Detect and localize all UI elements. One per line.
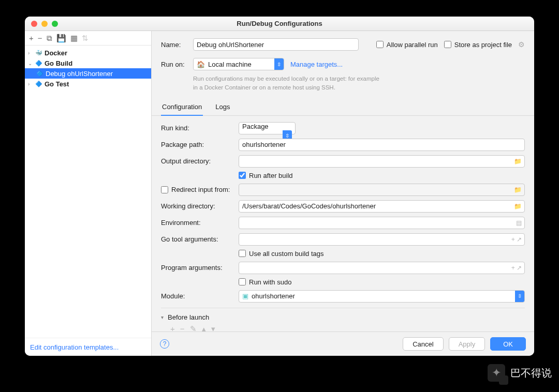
expand-icon[interactable]: + ↗ (511, 264, 522, 272)
manage-targets-link[interactable]: Manage targets... (290, 61, 343, 68)
name-label: Name: (161, 41, 187, 49)
sidebar-footer: Edit configuration templates... (25, 338, 151, 356)
remove-icon[interactable]: − (180, 324, 185, 332)
folder-icon: 📁 (514, 186, 522, 193)
watermark: ✦ 巴不得说 (488, 364, 552, 382)
before-launch-tools: + − ✎ ▴ ▾ (161, 321, 525, 332)
chevron-updown-icon: ⇳ (274, 58, 284, 70)
run-after-build-checkbox[interactable]: Run after build (239, 172, 293, 179)
tree-label: Docker (45, 49, 67, 57)
watermark-text: 巴不得说 (510, 366, 552, 380)
dialog-footer: ? Cancel Apply OK (152, 331, 534, 356)
env-label: Environment: (161, 219, 239, 227)
titlebar: Run/Debug Configurations (25, 17, 534, 31)
main-panel: Name: Allow parallel run Store as projec… (152, 31, 534, 356)
package-path-input[interactable] (239, 139, 525, 151)
redirect-input-checkbox[interactable]: Redirect input from: (161, 186, 239, 193)
save-icon[interactable]: 💾 (56, 34, 66, 43)
sort-icon[interactable]: ⇅ (82, 34, 89, 43)
go-tool-args-input[interactable] (239, 233, 525, 246)
go-icon: 🔷 (35, 59, 42, 67)
before-launch-label: Before launch (168, 313, 209, 321)
expand-icon[interactable]: + ↗ (511, 236, 522, 243)
tree-label: Debug ohUrlShortener (46, 70, 113, 78)
config-tree: › 🐳 Docker ⌄ 🔷 Go Build 🔷 Debug ohUrlSho… (25, 46, 151, 338)
program-args-input[interactable] (239, 262, 525, 274)
help-icon[interactable]: ? (160, 339, 169, 349)
add-icon[interactable]: + (29, 34, 34, 42)
output-dir-label: Output directory: (161, 157, 239, 165)
package-path-label: Package path: (161, 141, 239, 148)
runon-label: Run on: (161, 61, 187, 68)
allow-parallel-checkbox[interactable]: Allow parallel run (376, 41, 438, 49)
chevron-down-icon: ▾ (161, 314, 164, 320)
before-launch-section[interactable]: ▾ Before launch (161, 308, 525, 321)
down-icon[interactable]: ▾ (211, 324, 215, 332)
folder-icon[interactable]: 📁 (514, 158, 522, 165)
tree-label: Go Test (45, 80, 69, 88)
wechat-icon: ✦ (488, 364, 505, 382)
program-args-label: Program arguments: (161, 264, 239, 272)
go-tool-args-label: Go tool arguments: (161, 235, 239, 243)
up-icon[interactable]: ▴ (202, 324, 206, 332)
module-select[interactable]: ▣ohurlshortener⇳ (239, 290, 525, 303)
edit-icon[interactable]: ✎ (190, 324, 197, 332)
runon-hint: Run configurations may be executed local… (193, 74, 379, 93)
use-custom-tags-checkbox[interactable]: Use all custom build tags (239, 250, 324, 258)
edit-templates-link[interactable]: Edit configuration templates... (30, 343, 119, 351)
output-dir-input[interactable] (239, 155, 525, 168)
redirect-input-field[interactable] (239, 184, 525, 196)
apply-button[interactable]: Apply (449, 337, 486, 351)
header-area: Name: Allow parallel run Store as projec… (152, 31, 534, 99)
add-icon[interactable]: + (170, 324, 175, 332)
docker-icon: 🐳 (35, 49, 42, 56)
tabs: Configuration Logs (152, 99, 534, 116)
tree-item-docker[interactable]: › 🐳 Docker (25, 48, 151, 58)
sidebar: + − ⧉ 💾 ▦ ⇅ › 🐳 Docker ⌄ 🔷 Go Build (25, 31, 152, 356)
go-icon: 🔷 (36, 70, 43, 77)
folder-icon[interactable]: 📁 (514, 203, 522, 210)
window-title: Run/Debug Configurations (25, 20, 534, 27)
gear-icon[interactable]: ⚙ (518, 40, 525, 49)
dialog-body: + − ⧉ 💾 ▦ ⇅ › 🐳 Docker ⌄ 🔷 Go Build (25, 31, 534, 356)
go-icon: 🔷 (35, 80, 42, 87)
tab-logs[interactable]: Logs (214, 99, 231, 115)
cancel-button[interactable]: Cancel (403, 337, 443, 351)
store-project-checkbox[interactable]: Store as project file (444, 41, 512, 49)
run-kind-select[interactable]: Package⇳ (239, 122, 296, 134)
remove-icon[interactable]: − (38, 34, 42, 42)
ok-button[interactable]: OK (490, 337, 526, 351)
name-input[interactable] (193, 38, 359, 51)
tree-label: Go Build (45, 59, 72, 67)
env-input[interactable] (239, 217, 525, 229)
sidebar-toolbar: + − ⧉ 💾 ▦ ⇅ (25, 31, 151, 46)
module-label: Module: (161, 292, 239, 300)
run-kind-label: Run kind: (161, 124, 239, 132)
chevron-right-icon: › (28, 50, 33, 56)
chevron-right-icon: › (28, 81, 33, 87)
name-row: Name: Allow parallel run Store as projec… (161, 38, 525, 51)
copy-icon[interactable]: ⧉ (47, 34, 52, 43)
working-dir-input[interactable] (239, 200, 525, 213)
folder-icon[interactable]: ▦ (70, 34, 78, 43)
chevron-down-icon: ⌄ (28, 61, 33, 66)
runon-select[interactable]: 🏠 Local machine ⇳ (193, 58, 284, 70)
home-icon: 🏠 (197, 61, 205, 68)
dialog-window: Run/Debug Configurations + − ⧉ 💾 ▦ ⇅ › 🐳… (25, 17, 534, 356)
list-icon[interactable]: ▤ (516, 219, 522, 227)
runon-value: Local machine (208, 61, 252, 68)
configuration-form: Run kind: Package⇳ Package path: Output … (152, 116, 534, 332)
runon-row: Run on: 🏠 Local machine ⇳ Manage targets… (161, 58, 525, 70)
tree-item-go-build[interactable]: ⌄ 🔷 Go Build (25, 58, 151, 68)
module-icon: ▣ (242, 292, 248, 300)
tree-item-go-test[interactable]: › 🔷 Go Test (25, 79, 151, 89)
tree-item-selected[interactable]: 🔷 Debug ohUrlShortener (25, 68, 151, 79)
run-with-sudo-checkbox[interactable]: Run with sudo (239, 278, 291, 286)
working-dir-label: Working directory: (161, 202, 239, 210)
tab-configuration[interactable]: Configuration (161, 99, 203, 116)
chevron-updown-icon: ⇳ (515, 291, 524, 302)
